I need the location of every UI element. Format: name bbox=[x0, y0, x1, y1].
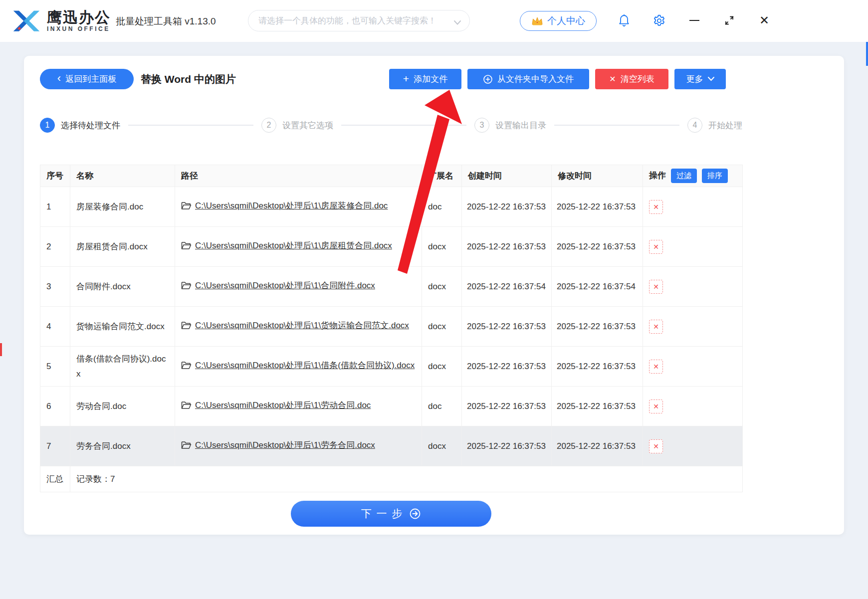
table-row[interactable]: 5 借条(借款合同协议).docx C:\Users\sqmil\Desktop… bbox=[40, 347, 743, 387]
table-row[interactable]: 1 房屋装修合同.doc C:\Users\sqmil\Desktop\处理后\… bbox=[40, 187, 743, 227]
file-path-link[interactable]: C:\Users\sqmil\Desktop\处理后\1\合同附件.docx bbox=[195, 281, 375, 290]
app-title: 批量处理工具箱 v1.13.0 bbox=[116, 15, 216, 28]
minimize-icon bbox=[689, 20, 699, 21]
close-icon: ✕ bbox=[653, 203, 659, 211]
add-files-button[interactable]: + 添加文件 bbox=[389, 69, 461, 89]
cell-created-time: 2025-12-22 16:37:53 bbox=[462, 426, 552, 466]
delete-row-button[interactable]: ✕ bbox=[649, 200, 663, 214]
screen-edge-artifact-left bbox=[0, 343, 2, 356]
file-path-link[interactable]: C:\Users\sqmil\Desktop\处理后\1\货物运输合同范文.do… bbox=[195, 321, 409, 330]
gear-icon bbox=[652, 14, 666, 27]
table-row[interactable]: 2 房屋租赁合同.docx C:\Users\sqmil\Desktop\处理后… bbox=[40, 227, 743, 267]
table-row[interactable]: 4 货物运输合同范文.docx C:\Users\sqmil\Desktop\处… bbox=[40, 307, 743, 347]
folder-icon bbox=[181, 240, 192, 255]
cell-ext: docx bbox=[422, 267, 462, 307]
folder-icon bbox=[181, 399, 192, 414]
cell-seq: 3 bbox=[40, 267, 70, 307]
cell-modified-time: 2025-12-22 16:37:53 bbox=[552, 307, 643, 347]
chevron-left-icon: ‹ bbox=[57, 73, 61, 84]
folder-icon bbox=[181, 280, 192, 295]
header-name: 名称 bbox=[70, 165, 175, 187]
sort-button[interactable]: 排序 bbox=[702, 169, 728, 183]
delete-row-button[interactable]: ✕ bbox=[649, 439, 663, 453]
cell-modified-time: 2025-12-22 16:37:54 bbox=[552, 267, 643, 307]
title-bar: 鹰迅办公 INXUN OFFICE 批量处理工具箱 v1.13.0 个人中心 bbox=[0, 0, 868, 42]
main-panel: ‹ 返回到主面板 替换 Word 中的图片 + 添加文件 从文件夹中导入文件 ✕… bbox=[24, 56, 844, 535]
delete-row-button[interactable]: ✕ bbox=[649, 399, 663, 413]
toolbar: ‹ 返回到主面板 替换 Word 中的图片 + 添加文件 从文件夹中导入文件 ✕… bbox=[40, 69, 828, 89]
chevron-down-icon[interactable] bbox=[454, 18, 461, 27]
bell-icon bbox=[618, 14, 630, 27]
header-seq: 序号 bbox=[40, 165, 70, 187]
cell-ext: docx bbox=[422, 347, 462, 387]
file-path-link[interactable]: C:\Users\sqmil\Desktop\处理后\1\劳务合同.docx bbox=[195, 440, 375, 450]
file-table-body: 1 房屋装修合同.doc C:\Users\sqmil\Desktop\处理后\… bbox=[40, 187, 743, 466]
filter-button[interactable]: 过滤 bbox=[671, 169, 697, 183]
search-input[interactable] bbox=[248, 10, 470, 31]
file-path-link[interactable]: C:\Users\sqmil\Desktop\处理后\1\房屋装修合同.doc bbox=[195, 201, 388, 210]
app-logo: 鹰迅办公 INXUN OFFICE bbox=[11, 6, 111, 36]
table-row[interactable]: 6 劳动合同.doc C:\Users\sqmil\Desktop\处理后\1\… bbox=[40, 387, 743, 426]
plus-icon: + bbox=[403, 73, 409, 85]
header-created: 创建时间 bbox=[462, 165, 552, 187]
step-label: 设置输出目录 bbox=[495, 120, 546, 131]
cell-created-time: 2025-12-22 16:37:53 bbox=[462, 307, 552, 347]
minimize-button[interactable] bbox=[687, 13, 702, 28]
next-step-label: 下 一 步 bbox=[361, 507, 404, 521]
folder-icon bbox=[181, 439, 192, 454]
cell-path: C:\Users\sqmil\Desktop\处理后\1\劳动合同.doc bbox=[175, 387, 422, 426]
file-path-link[interactable]: C:\Users\sqmil\Desktop\处理后\1\房屋租赁合同.docx bbox=[195, 241, 392, 250]
close-button[interactable]: ✕ bbox=[757, 13, 772, 28]
file-path-link[interactable]: C:\Users\sqmil\Desktop\处理后\1\劳动合同.doc bbox=[195, 400, 371, 410]
step-item: 4 开始处理 bbox=[687, 118, 742, 133]
import-from-folder-label: 从文件夹中导入文件 bbox=[497, 73, 574, 85]
table-row[interactable]: 3 合同附件.docx C:\Users\sqmil\Desktop\处理后\1… bbox=[40, 267, 743, 307]
cell-created-time: 2025-12-22 16:37:53 bbox=[462, 187, 552, 227]
summary-row: 汇总 记录数：7 bbox=[40, 466, 743, 492]
clear-list-button[interactable]: ✕ 清空列表 bbox=[595, 69, 668, 89]
summary-count: 记录数：7 bbox=[70, 466, 743, 492]
delete-row-button[interactable]: ✕ bbox=[649, 320, 663, 334]
import-from-folder-button[interactable]: 从文件夹中导入文件 bbox=[467, 69, 589, 89]
chevron-down-icon bbox=[708, 77, 714, 81]
cell-name: 房屋装修合同.doc bbox=[70, 187, 175, 227]
user-center-button[interactable]: 个人中心 bbox=[520, 11, 597, 31]
cell-seq: 1 bbox=[40, 187, 70, 227]
cell-operations: ✕ bbox=[643, 307, 743, 347]
back-to-dashboard-button[interactable]: ‹ 返回到主面板 bbox=[40, 69, 134, 89]
cell-path: C:\Users\sqmil\Desktop\处理后\1\房屋租赁合同.docx bbox=[175, 227, 422, 267]
close-icon: ✕ bbox=[653, 402, 659, 410]
maximize-button[interactable] bbox=[722, 13, 737, 28]
cell-name: 劳动合同.doc bbox=[70, 387, 175, 426]
resize-icon bbox=[724, 15, 735, 26]
screen-edge-artifact-right bbox=[866, 42, 868, 66]
cell-created-time: 2025-12-22 16:37:53 bbox=[462, 387, 552, 426]
table-row[interactable]: 7 劳务合同.docx C:\Users\sqmil\Desktop\处理后\1… bbox=[40, 426, 743, 466]
user-center-label: 个人中心 bbox=[547, 14, 585, 27]
cell-seq: 2 bbox=[40, 227, 70, 267]
cell-path: C:\Users\sqmil\Desktop\处理后\1\房屋装修合同.doc bbox=[175, 187, 422, 227]
cell-path: C:\Users\sqmil\Desktop\处理后\1\合同附件.docx bbox=[175, 267, 422, 307]
file-table: 序号 名称 路径 扩展名 创建时间 修改时间 操作过滤排序 1 房屋装修合同.d… bbox=[40, 165, 743, 492]
next-step-button[interactable]: 下 一 步 bbox=[291, 501, 491, 527]
cell-modified-time: 2025-12-22 16:37:53 bbox=[552, 387, 643, 426]
cell-created-time: 2025-12-22 16:37:53 bbox=[462, 227, 552, 267]
cell-operations: ✕ bbox=[643, 267, 743, 307]
step-number: 4 bbox=[687, 118, 702, 133]
notifications-button[interactable] bbox=[617, 13, 632, 28]
delete-row-button[interactable]: ✕ bbox=[649, 280, 663, 294]
step-label: 开始处理 bbox=[708, 120, 742, 131]
delete-row-button[interactable]: ✕ bbox=[649, 360, 663, 374]
step-label: 设置其它选项 bbox=[282, 120, 333, 131]
arrow-right-circle-icon bbox=[409, 508, 421, 520]
settings-button[interactable] bbox=[651, 13, 666, 28]
cell-operations: ✕ bbox=[643, 347, 743, 387]
file-path-link[interactable]: C:\Users\sqmil\Desktop\处理后\1\借条(借款合同协议).… bbox=[195, 361, 415, 370]
cell-modified-time: 2025-12-22 16:37:53 bbox=[552, 227, 643, 267]
steps: 1 选择待处理文件 2 设置其它选项 3 设置输出目录 4 开始处理 bbox=[40, 118, 742, 133]
more-label: 更多 bbox=[686, 73, 703, 85]
delete-row-button[interactable]: ✕ bbox=[649, 240, 663, 254]
more-button[interactable]: 更多 bbox=[674, 69, 726, 89]
cell-ext: docx bbox=[422, 426, 462, 466]
cell-path: C:\Users\sqmil\Desktop\处理后\1\借条(借款合同协议).… bbox=[175, 347, 422, 387]
